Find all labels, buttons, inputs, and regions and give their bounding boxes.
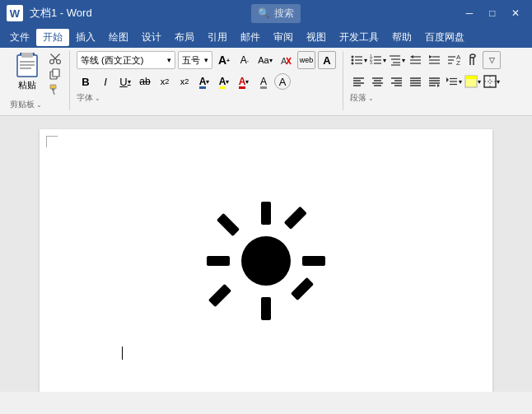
underline-button[interactable]: U▾ xyxy=(116,72,134,91)
document-page[interactable] xyxy=(40,129,492,392)
format-painter-button[interactable] xyxy=(46,82,64,97)
paragraph-row1: ▾ 1. 2. 3. ▾ xyxy=(350,51,501,69)
svg-text:Z: Z xyxy=(456,59,460,67)
align-left-button[interactable] xyxy=(350,72,368,91)
svg-line-16 xyxy=(54,91,55,95)
shading-para-button[interactable]: ▾ xyxy=(464,72,482,91)
italic-button[interactable]: I xyxy=(96,72,114,91)
clear-format-button[interactable]: A xyxy=(277,51,295,69)
distributed-icon xyxy=(428,75,441,88)
multilevel-list-button[interactable]: ▾ xyxy=(388,51,406,69)
window-controls: ─ □ ✕ xyxy=(460,3,525,23)
menu-design[interactable]: 设计 xyxy=(135,29,168,46)
bullet-list-button[interactable]: ▾ xyxy=(350,51,368,69)
svg-rect-80 xyxy=(261,202,271,225)
increase-indent-button[interactable] xyxy=(426,51,444,69)
sort-button[interactable]: A Z xyxy=(445,51,463,69)
justify-button[interactable] xyxy=(407,72,425,91)
clipboard-label: 剪贴板 ⌄ xyxy=(10,99,64,110)
paragraph-expand[interactable]: ⌄ xyxy=(368,95,374,102)
circle-button[interactable]: A xyxy=(274,73,291,90)
maximize-button[interactable]: □ xyxy=(483,3,502,23)
decrease-indent-button[interactable] xyxy=(407,51,425,69)
menu-insert[interactable]: 插入 xyxy=(69,29,102,46)
copy-button[interactable] xyxy=(46,67,64,81)
size-dropdown-icon: ▾ xyxy=(204,56,208,64)
svg-rect-87 xyxy=(291,277,314,300)
font-grow-button[interactable]: A+ xyxy=(215,51,233,69)
font-expand[interactable]: ⌄ xyxy=(95,95,100,102)
font-name-selector[interactable]: 等线 (西文正文) ▾ xyxy=(77,51,175,69)
borders-button[interactable]: ▾ xyxy=(483,72,501,91)
superscript-button[interactable]: x2 xyxy=(175,72,194,91)
close-button[interactable]: ✕ xyxy=(506,3,525,23)
menu-file[interactable]: 文件 xyxy=(3,29,36,46)
minimize-button[interactable]: ─ xyxy=(460,3,479,23)
font-color-button[interactable]: A ▾ xyxy=(195,72,213,91)
numbered-list-dropdown: ▾ xyxy=(383,57,386,64)
menu-draw[interactable]: 绘图 xyxy=(102,29,135,46)
svg-line-10 xyxy=(51,54,56,59)
format-a-button[interactable]: A xyxy=(318,51,336,69)
menu-baidu[interactable]: 百度网盘 xyxy=(418,29,471,46)
web-text-button[interactable]: web xyxy=(297,51,315,69)
shading-para-icon xyxy=(464,75,478,88)
menu-home[interactable]: 开始 xyxy=(36,29,69,46)
document-area xyxy=(0,116,532,392)
paste-button[interactable]: 粘贴 xyxy=(10,51,44,93)
svg-rect-85 xyxy=(284,207,307,230)
svg-rect-15 xyxy=(52,88,54,91)
clipboard-expand[interactable]: ⌄ xyxy=(36,101,42,109)
numbered-list-button[interactable]: 1. 2. 3. ▾ xyxy=(369,51,387,69)
svg-marker-40 xyxy=(429,55,432,58)
bold-button[interactable]: B xyxy=(77,72,95,91)
menu-layout[interactable]: 布局 xyxy=(168,29,201,46)
cut-button[interactable] xyxy=(46,51,64,66)
svg-line-11 xyxy=(55,54,60,59)
svg-point-88 xyxy=(241,236,291,286)
menu-developer[interactable]: 开发工具 xyxy=(333,29,385,46)
svg-rect-4 xyxy=(20,64,35,66)
svg-rect-76 xyxy=(465,76,477,79)
paragraph-expand-button[interactable]: ▽ xyxy=(483,51,501,69)
sun-svg xyxy=(200,195,332,327)
justify-icon xyxy=(409,75,422,88)
menu-view[interactable]: 视图 xyxy=(300,29,333,46)
font-size-selector[interactable]: 五号 ▾ xyxy=(178,51,212,69)
subscript-button[interactable]: x2 xyxy=(156,72,174,91)
format-painter-icon xyxy=(49,84,61,95)
strikethrough-button[interactable]: ab xyxy=(136,72,154,91)
multilevel-list-icon xyxy=(389,53,402,67)
menu-mailings[interactable]: 邮件 xyxy=(234,29,267,46)
show-paragraph-button[interactable] xyxy=(464,51,482,69)
svg-point-24 xyxy=(352,63,354,65)
menu-review[interactable]: 审阅 xyxy=(267,29,300,46)
search-icon: 🔍 xyxy=(258,7,270,19)
line-spacing-icon xyxy=(446,75,459,88)
text-color-red-button[interactable]: A ▾ xyxy=(235,72,253,91)
bullet-list-dropdown: ▾ xyxy=(364,57,367,64)
svg-rect-13 xyxy=(53,69,59,77)
shading-button[interactable]: A xyxy=(254,72,273,91)
font-content: 等线 (西文正文) ▾ 五号 ▾ A+ A- Aa▾ A web xyxy=(77,51,336,91)
distributed-button[interactable] xyxy=(426,72,444,91)
search-box[interactable]: 🔍 搜索 xyxy=(251,4,301,23)
highlight-button[interactable]: A ▾ xyxy=(215,72,233,91)
change-case-button[interactable]: Aa▾ xyxy=(256,51,274,69)
menu-help[interactable]: 帮助 xyxy=(385,29,418,46)
line-spacing-button[interactable]: ▾ xyxy=(445,72,463,91)
font-shrink-button[interactable]: A- xyxy=(236,51,254,69)
svg-rect-82 xyxy=(207,256,230,266)
increase-indent-icon xyxy=(428,53,441,67)
clipboard-content: 粘贴 xyxy=(10,51,64,97)
paste-icon xyxy=(15,53,40,79)
multilevel-list-dropdown: ▾ xyxy=(402,57,405,64)
align-center-button[interactable] xyxy=(369,72,387,91)
align-right-button[interactable] xyxy=(388,72,406,91)
copy-icon xyxy=(49,68,61,80)
paste-label: 粘贴 xyxy=(18,79,36,91)
menu-references[interactable]: 引用 xyxy=(201,29,234,46)
svg-rect-84 xyxy=(217,213,240,236)
search-label: 搜索 xyxy=(274,7,294,21)
clipboard-group: 粘贴 xyxy=(5,51,70,110)
